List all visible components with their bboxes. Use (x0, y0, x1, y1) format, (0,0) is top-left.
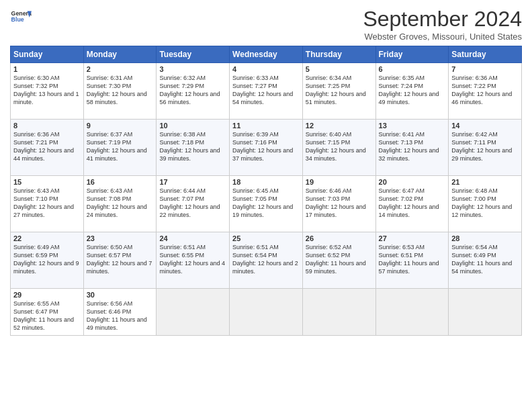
calendar-day-cell (157, 289, 230, 336)
calendar-header-sunday: Sunday (11, 46, 84, 63)
day-info: Sunrise: 6:54 AMSunset: 6:49 PMDaylight:… (451, 243, 519, 276)
day-number: 29 (13, 291, 81, 299)
day-number: 30 (87, 291, 154, 299)
day-number: 22 (13, 234, 81, 242)
calendar-header-tuesday: Tuesday (157, 46, 230, 63)
day-number: 10 (159, 122, 226, 130)
calendar-day-cell: 20Sunrise: 6:47 AMSunset: 7:02 PMDayligh… (375, 176, 449, 232)
calendar-header-saturday: Saturday (449, 46, 522, 63)
day-info: Sunrise: 6:31 AMSunset: 7:30 PMDaylight:… (87, 74, 154, 107)
day-number: 21 (451, 178, 519, 186)
calendar-day-cell: 10Sunrise: 6:38 AMSunset: 7:18 PMDayligh… (157, 120, 230, 176)
calendar-day-cell: 9Sunrise: 6:37 AMSunset: 7:19 PMDaylight… (83, 120, 157, 176)
day-info: Sunrise: 6:51 AMSunset: 6:55 PMDaylight:… (159, 243, 226, 276)
calendar-header-row: SundayMondayTuesdayWednesdayThursdayFrid… (11, 46, 522, 63)
day-number: 28 (451, 234, 519, 242)
day-number: 3 (159, 65, 226, 73)
day-number: 27 (379, 234, 446, 242)
calendar-header-monday: Monday (83, 46, 157, 63)
day-number: 4 (232, 65, 300, 73)
day-number: 7 (451, 65, 519, 73)
day-number: 2 (87, 65, 154, 73)
day-number: 24 (159, 234, 226, 242)
calendar-day-cell: 26Sunrise: 6:52 AMSunset: 6:52 PMDayligh… (302, 232, 375, 289)
day-info: Sunrise: 6:53 AMSunset: 6:51 PMDaylight:… (379, 243, 446, 276)
svg-text:Blue: Blue (11, 16, 24, 23)
day-info: Sunrise: 6:47 AMSunset: 7:02 PMDaylight:… (379, 187, 446, 220)
day-number: 23 (87, 234, 154, 242)
calendar-day-cell: 5Sunrise: 6:34 AMSunset: 7:25 PMDaylight… (302, 63, 375, 120)
day-info: Sunrise: 6:36 AMSunset: 7:21 PMDaylight:… (13, 130, 81, 163)
day-info: Sunrise: 6:35 AMSunset: 7:24 PMDaylight:… (379, 74, 446, 107)
day-number: 12 (306, 122, 373, 130)
day-number: 6 (379, 65, 446, 73)
header: General Blue September 2024 Webster Grov… (10, 7, 522, 42)
calendar-day-cell: 4Sunrise: 6:33 AMSunset: 7:27 PMDaylight… (230, 63, 303, 120)
calendar-day-cell: 28Sunrise: 6:54 AMSunset: 6:49 PMDayligh… (449, 232, 522, 289)
day-info: Sunrise: 6:44 AMSunset: 7:07 PMDaylight:… (159, 187, 226, 220)
calendar-day-cell (302, 289, 375, 336)
logo: General Blue (10, 7, 32, 28)
day-info: Sunrise: 6:46 AMSunset: 7:03 PMDaylight:… (306, 187, 373, 220)
day-info: Sunrise: 6:34 AMSunset: 7:25 PMDaylight:… (306, 74, 373, 107)
calendar-day-cell: 8Sunrise: 6:36 AMSunset: 7:21 PMDaylight… (11, 120, 84, 176)
day-number: 11 (232, 122, 300, 130)
day-info: Sunrise: 6:36 AMSunset: 7:22 PMDaylight:… (451, 74, 519, 107)
calendar-day-cell (230, 289, 303, 336)
day-info: Sunrise: 6:33 AMSunset: 7:27 PMDaylight:… (232, 74, 300, 107)
day-info: Sunrise: 6:52 AMSunset: 6:52 PMDaylight:… (306, 243, 373, 276)
day-info: Sunrise: 6:38 AMSunset: 7:18 PMDaylight:… (159, 130, 226, 163)
general-blue-logo-icon: General Blue (10, 7, 32, 28)
page-container: General Blue September 2024 Webster Grov… (0, 0, 532, 411)
day-info: Sunrise: 6:39 AMSunset: 7:16 PMDaylight:… (232, 130, 300, 163)
month-title: September 2024 (363, 7, 522, 32)
calendar-day-cell: 29Sunrise: 6:55 AMSunset: 6:47 PMDayligh… (11, 289, 84, 336)
day-number: 26 (306, 234, 373, 242)
calendar-day-cell: 17Sunrise: 6:44 AMSunset: 7:07 PMDayligh… (157, 176, 230, 232)
calendar-day-cell: 12Sunrise: 6:40 AMSunset: 7:15 PMDayligh… (302, 120, 375, 176)
calendar-week-row: 22Sunrise: 6:49 AMSunset: 6:59 PMDayligh… (11, 232, 522, 289)
title-block: September 2024 Webster Groves, Missouri,… (363, 7, 522, 42)
day-info: Sunrise: 6:42 AMSunset: 7:11 PMDaylight:… (451, 130, 519, 163)
day-number: 13 (379, 122, 446, 130)
day-info: Sunrise: 6:43 AMSunset: 7:10 PMDaylight:… (13, 187, 81, 220)
day-info: Sunrise: 6:55 AMSunset: 6:47 PMDaylight:… (13, 300, 81, 332)
day-info: Sunrise: 6:43 AMSunset: 7:08 PMDaylight:… (87, 187, 154, 220)
calendar-day-cell: 14Sunrise: 6:42 AMSunset: 7:11 PMDayligh… (449, 120, 522, 176)
calendar-day-cell: 23Sunrise: 6:50 AMSunset: 6:57 PMDayligh… (83, 232, 157, 289)
calendar-day-cell (449, 289, 522, 336)
calendar-day-cell: 24Sunrise: 6:51 AMSunset: 6:55 PMDayligh… (157, 232, 230, 289)
day-number: 20 (379, 178, 446, 186)
day-info: Sunrise: 6:41 AMSunset: 7:13 PMDaylight:… (379, 130, 446, 163)
calendar-day-cell: 13Sunrise: 6:41 AMSunset: 7:13 PMDayligh… (375, 120, 449, 176)
calendar-day-cell: 27Sunrise: 6:53 AMSunset: 6:51 PMDayligh… (375, 232, 449, 289)
day-number: 25 (232, 234, 300, 242)
day-info: Sunrise: 6:51 AMSunset: 6:54 PMDaylight:… (232, 243, 300, 276)
calendar-day-cell: 30Sunrise: 6:56 AMSunset: 6:46 PMDayligh… (83, 289, 157, 336)
day-number: 9 (87, 122, 154, 130)
calendar-day-cell: 1Sunrise: 6:30 AMSunset: 7:32 PMDaylight… (11, 63, 84, 120)
day-number: 15 (13, 178, 81, 186)
calendar-day-cell: 6Sunrise: 6:35 AMSunset: 7:24 PMDaylight… (375, 63, 449, 120)
calendar-table: SundayMondayTuesdayWednesdayThursdayFrid… (10, 46, 522, 336)
calendar-week-row: 1Sunrise: 6:30 AMSunset: 7:32 PMDaylight… (11, 63, 522, 120)
calendar-day-cell (375, 289, 449, 336)
calendar-day-cell: 22Sunrise: 6:49 AMSunset: 6:59 PMDayligh… (11, 232, 84, 289)
calendar-day-cell: 15Sunrise: 6:43 AMSunset: 7:10 PMDayligh… (11, 176, 84, 232)
calendar-day-cell: 16Sunrise: 6:43 AMSunset: 7:08 PMDayligh… (83, 176, 157, 232)
day-number: 16 (87, 178, 154, 186)
day-number: 17 (159, 178, 226, 186)
calendar-day-cell: 25Sunrise: 6:51 AMSunset: 6:54 PMDayligh… (230, 232, 303, 289)
calendar-day-cell: 7Sunrise: 6:36 AMSunset: 7:22 PMDaylight… (449, 63, 522, 120)
day-info: Sunrise: 6:48 AMSunset: 7:00 PMDaylight:… (451, 187, 519, 220)
calendar-week-row: 29Sunrise: 6:55 AMSunset: 6:47 PMDayligh… (11, 289, 522, 336)
day-info: Sunrise: 6:56 AMSunset: 6:46 PMDaylight:… (87, 300, 154, 332)
day-number: 8 (13, 122, 81, 130)
calendar-week-row: 8Sunrise: 6:36 AMSunset: 7:21 PMDaylight… (11, 120, 522, 176)
day-info: Sunrise: 6:49 AMSunset: 6:59 PMDaylight:… (13, 243, 81, 276)
day-info: Sunrise: 6:40 AMSunset: 7:15 PMDaylight:… (306, 130, 373, 163)
day-info: Sunrise: 6:30 AMSunset: 7:32 PMDaylight:… (13, 74, 81, 107)
calendar-day-cell: 3Sunrise: 6:32 AMSunset: 7:29 PMDaylight… (157, 63, 230, 120)
calendar-week-row: 15Sunrise: 6:43 AMSunset: 7:10 PMDayligh… (11, 176, 522, 232)
calendar-day-cell: 21Sunrise: 6:48 AMSunset: 7:00 PMDayligh… (449, 176, 522, 232)
